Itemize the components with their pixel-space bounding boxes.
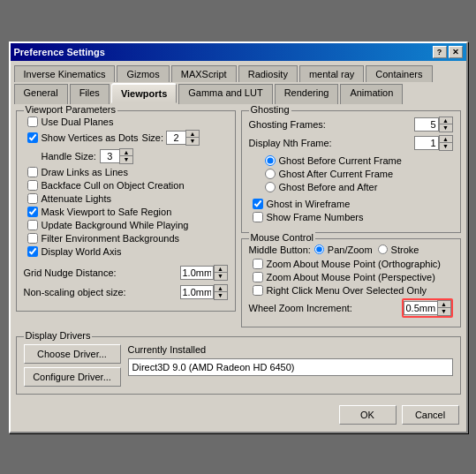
grid-nudge-up[interactable]: ▲ (215, 266, 227, 273)
pan-zoom-label: Pan/Zoom (328, 245, 373, 255)
ghosting-frames-input[interactable] (414, 117, 439, 132)
handle-up-arrow[interactable]: ▲ (120, 149, 132, 156)
tabs-row-1: Inverse Kinematics Gizmos MAXScript Radi… (14, 64, 463, 81)
bottom-bar: OK Cancel (11, 400, 466, 432)
show-vertices-row: Show Vertices as Dots Size: ▲ ▼ (24, 130, 228, 146)
tab-inverse-kinematics[interactable]: Inverse Kinematics (14, 65, 116, 82)
size-down-arrow[interactable]: ▼ (186, 138, 199, 145)
driver-buttons: Choose Driver... Configure Driver... (24, 344, 121, 387)
size-input[interactable] (166, 131, 185, 145)
mouse-control-group: Mouse Control Middle Button: Pan/Zoom St… (241, 238, 461, 327)
right-click-checkbox[interactable] (253, 285, 263, 296)
update-background-row: Update Background While Playing (24, 220, 228, 230)
ok-button[interactable]: OK (339, 405, 397, 425)
non-scaling-up[interactable]: ▲ (215, 285, 227, 292)
ghosting-frames-down[interactable]: ▼ (440, 124, 452, 132)
non-scaling-input[interactable] (180, 285, 214, 299)
grid-nudge-label: Grid Nudge Distance: (24, 267, 180, 278)
tab-containers[interactable]: Containers (366, 65, 432, 82)
display-nth-down[interactable]: ▼ (440, 143, 452, 150)
wheel-zoom-down[interactable]: ▼ (438, 308, 450, 315)
ghost-before-row: Ghost Before Current Frame (253, 155, 453, 166)
tab-files[interactable]: Files (70, 84, 110, 104)
tab-general[interactable]: General (14, 84, 68, 104)
tab-gizmos[interactable]: Gizmos (117, 65, 169, 82)
ghost-after-row: Ghost After Current Frame (253, 169, 453, 179)
show-vertices-checkbox[interactable] (27, 132, 38, 143)
show-frame-numbers-checkbox[interactable] (253, 212, 263, 222)
ghost-wireframe-label: Ghost in Wireframe (267, 199, 351, 209)
display-nth-input[interactable] (414, 136, 439, 150)
size-up-arrow[interactable]: ▲ (186, 131, 199, 138)
handle-size-label: Handle Size: (42, 151, 96, 162)
grid-nudge-field: ▲ ▼ (180, 265, 228, 281)
display-drivers-title: Display Drivers (24, 330, 93, 341)
ghost-wireframe-row: Ghost in Wireframe (249, 199, 453, 209)
non-scaling-down[interactable]: ▼ (215, 292, 227, 299)
size-label: Size: (142, 132, 163, 143)
choose-driver-btn[interactable]: Choose Driver... (24, 344, 121, 364)
ghost-before-after-radio[interactable] (265, 182, 276, 192)
stroke-radio[interactable] (378, 245, 388, 254)
tab-mental-ray[interactable]: mental ray (299, 65, 364, 82)
wheel-zoom-up[interactable]: ▲ (438, 301, 450, 308)
zoom-ortho-checkbox[interactable] (253, 259, 263, 269)
zoom-persp-checkbox[interactable] (253, 272, 263, 282)
grid-nudge-arrows: ▲ ▼ (214, 265, 228, 281)
mask-viewport-row: Mask Viewport to Safe Region (24, 207, 228, 217)
display-nth-row: Display Nth Frame: ▲ ▼ (249, 135, 453, 151)
pan-zoom-radio-group: Pan/Zoom (314, 245, 373, 255)
update-background-checkbox[interactable] (27, 220, 38, 230)
cancel-button[interactable]: Cancel (402, 405, 459, 425)
wheel-zoom-arrows: ▲ ▼ (437, 300, 451, 316)
filter-env-checkbox[interactable] (27, 233, 38, 244)
display-nth-arrows: ▲ ▼ (439, 135, 453, 151)
backface-cull-checkbox[interactable] (27, 180, 38, 191)
tab-gamma-lut[interactable]: Gamma and LUT (178, 84, 272, 104)
close-btn[interactable]: ✕ (449, 46, 463, 58)
display-nth-label: Display Nth Frame: (249, 138, 414, 148)
ghost-before-radio[interactable] (265, 155, 276, 166)
tab-rendering[interactable]: Rendering (275, 84, 339, 104)
ghost-before-after-row: Ghost Before and After (253, 182, 453, 192)
tab-radiosity[interactable]: Radiosity (238, 65, 298, 82)
tab-animation[interactable]: Animation (340, 84, 403, 104)
window-title: Preference Settings (14, 47, 105, 57)
ghosting-frames-arrows: ▲ ▼ (439, 117, 453, 132)
backface-cull-row: Backface Cull on Object Creation (24, 180, 228, 191)
ghost-after-radio[interactable] (265, 169, 276, 179)
handle-size-row: Handle Size: ▲ ▼ (24, 148, 228, 164)
tab-maxscript[interactable]: MAXScript (171, 65, 237, 82)
stroke-radio-group: Stroke (378, 245, 419, 255)
pan-zoom-radio[interactable] (314, 245, 324, 254)
display-world-checkbox[interactable] (27, 246, 38, 257)
wheel-zoom-input[interactable] (404, 301, 437, 315)
draw-links-row: Draw Links as Lines (24, 167, 228, 177)
show-vertices-label: Show Vertices as Dots (42, 132, 139, 143)
grid-nudge-input[interactable] (180, 266, 214, 280)
right-click-row: Right Click Menu Over Selected Only (249, 285, 453, 296)
use-dual-planes-checkbox[interactable] (27, 117, 38, 127)
display-nth-up[interactable]: ▲ (440, 136, 452, 143)
tabs-container: Inverse Kinematics Gizmos MAXScript Radi… (11, 61, 466, 103)
mask-viewport-checkbox[interactable] (27, 207, 38, 217)
ghost-after-label: Ghost After Current Frame (279, 169, 394, 179)
handle-down-arrow[interactable]: ▼ (120, 156, 132, 163)
ghosting-frames-up[interactable]: ▲ (440, 117, 452, 124)
tab-viewports[interactable]: Viewports (111, 83, 177, 103)
draw-links-checkbox[interactable] (27, 167, 38, 177)
configure-driver-btn[interactable]: Configure Driver... (24, 367, 121, 387)
grid-nudge-row: Grid Nudge Distance: ▲ ▼ (24, 265, 228, 281)
help-btn[interactable]: ? (433, 46, 447, 58)
display-world-row: Display World Axis (24, 246, 228, 257)
mask-viewport-label: Mask Viewport to Safe Region (42, 207, 172, 217)
tabs-row-2: General Files Viewports Gamma and LUT Re… (14, 83, 463, 103)
middle-btn-label: Middle Button: (249, 245, 311, 255)
wheel-zoom-spinner: ▲ ▼ (402, 298, 453, 318)
handle-input[interactable] (100, 149, 119, 163)
ghosting-frames-field: ▲ ▼ (414, 117, 453, 132)
grid-nudge-down[interactable]: ▼ (215, 273, 227, 280)
non-scaling-arrows: ▲ ▼ (214, 284, 228, 300)
ghost-wireframe-checkbox[interactable] (253, 199, 263, 209)
attenuate-lights-checkbox[interactable] (27, 193, 38, 204)
